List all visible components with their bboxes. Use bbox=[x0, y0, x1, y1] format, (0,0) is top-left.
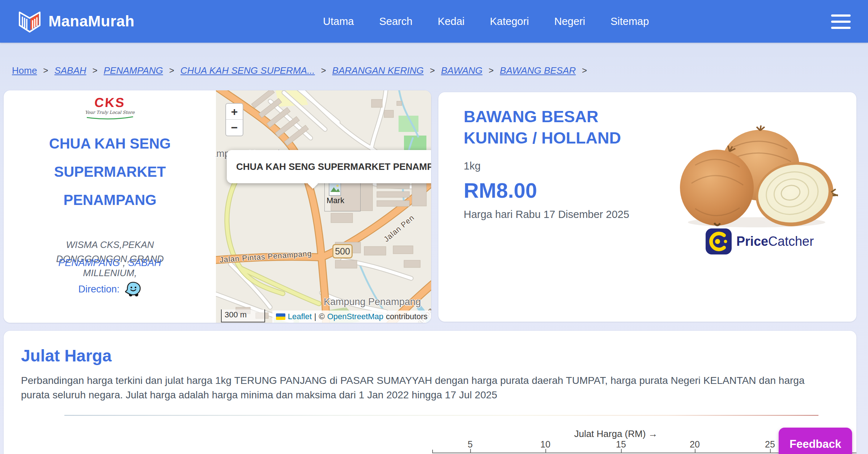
breadcrumb: Home > SABAH > PENAMPANG > CHUA KAH SENG… bbox=[0, 61, 868, 80]
feedback-button[interactable]: Feedback bbox=[779, 428, 852, 454]
axis-tick-20: 20 bbox=[684, 439, 706, 450]
pricecatcher-logo: PriceCatcher bbox=[705, 228, 814, 255]
breadcrumb-store[interactable]: CHUA KAH SENG SUPERMA... bbox=[180, 65, 315, 76]
zoom-out-button[interactable]: − bbox=[226, 120, 243, 136]
breadcrumb-state[interactable]: SABAH bbox=[54, 65, 86, 76]
store-logo: CKS Your Truly Local Store bbox=[4, 96, 216, 121]
axis-tick-10: 10 bbox=[535, 439, 556, 450]
map-marker-broken-image-icon[interactable] bbox=[329, 182, 341, 196]
brand-name: ManaMurah bbox=[48, 13, 135, 30]
price-range-description: Perbandingan harga terkini dan julat har… bbox=[21, 373, 809, 402]
product-price-date: Harga hari Rabu 17 Disember 2025 bbox=[464, 209, 629, 220]
chart-axis-label: Julat Harga (RM) → bbox=[507, 428, 724, 440]
product-image-onions bbox=[675, 125, 838, 228]
map[interactable]: Kampung Hungab Kampung Penampang Jalan P… bbox=[216, 90, 431, 323]
cks-logo-text: CKS bbox=[4, 96, 216, 109]
breadcrumb-subcategory[interactable]: BAWANG bbox=[441, 65, 482, 76]
route-shield-500: 500 bbox=[332, 244, 353, 258]
store-info: CKS Your Truly Local Store CHUA KAH SENG… bbox=[4, 90, 216, 323]
map-zoom-control: + − bbox=[225, 103, 243, 136]
pricecatcher-icon bbox=[705, 228, 732, 255]
manamurah-logo-icon bbox=[17, 9, 43, 33]
breadcrumb-item[interactable]: BAWANG BESAR bbox=[500, 65, 576, 76]
axis-tick-mark bbox=[695, 449, 695, 453]
price-range-heading: Julat Harga bbox=[21, 346, 112, 365]
main-nav: Utama Search Kedai Kategori Negeri Sitem… bbox=[318, 0, 649, 43]
attribution-copyright: © bbox=[319, 312, 325, 321]
axis-tick-25: 25 bbox=[759, 439, 781, 450]
page: ManaMurah Utama Search Kedai Kategori Ne… bbox=[0, 0, 868, 454]
product-name: BAWANG BESAR KUNING / HOLLAND bbox=[464, 106, 644, 149]
attribution-pipe: | bbox=[314, 312, 316, 321]
axis-tick-mark bbox=[470, 449, 471, 453]
cks-logo-swoosh bbox=[86, 115, 134, 121]
breadcrumb-separator: > bbox=[582, 65, 587, 76]
nav-item-sitemap[interactable]: Sitemap bbox=[610, 16, 649, 27]
store-name: CHUA KAH SENG SUPERMARKET PENAMPANG bbox=[34, 129, 186, 214]
breadcrumb-separator: > bbox=[430, 65, 435, 76]
zoom-in-button[interactable]: + bbox=[226, 104, 243, 120]
breadcrumb-separator: > bbox=[321, 65, 326, 76]
map-popup: CHUA KAH SENG SUPERMARKET PENAMPANG bbox=[227, 150, 431, 183]
nav-item-kategori[interactable]: Kategori bbox=[490, 16, 529, 27]
leaflet-link[interactable]: Leaflet bbox=[288, 312, 312, 321]
store-location-links: PENAMPANG , SABAH bbox=[4, 257, 216, 269]
product-price: RM8.00 bbox=[464, 178, 537, 202]
comma-separator: , bbox=[123, 257, 125, 268]
nav-item-kedai[interactable]: Kedai bbox=[438, 16, 464, 27]
breadcrumb-category[interactable]: BARANGAN KERING bbox=[332, 65, 424, 76]
product-unit: 1kg bbox=[464, 160, 481, 172]
breadcrumb-separator: > bbox=[169, 65, 174, 76]
openstreetmap-link[interactable]: OpenStreetMap bbox=[327, 312, 383, 321]
marker-alt-text: Mark bbox=[327, 196, 344, 205]
direction-row: Direction: bbox=[4, 281, 216, 297]
axis-tick-mark bbox=[621, 449, 622, 453]
product-card: BAWANG BESAR KUNING / HOLLAND 1kg RM8.00… bbox=[438, 92, 856, 322]
waze-icon[interactable] bbox=[125, 281, 141, 297]
attribution-contributors: contributors bbox=[386, 312, 427, 321]
map-popup-text: CHUA KAH SENG SUPERMARKET PENAMPANG bbox=[236, 161, 431, 172]
navbar: ManaMurah Utama Search Kedai Kategori Ne… bbox=[0, 0, 868, 43]
nav-item-search[interactable]: Search bbox=[379, 16, 412, 27]
store-card: CKS Your Truly Local Store CHUA KAH SENG… bbox=[4, 90, 431, 323]
axis-tick-5: 5 bbox=[459, 439, 481, 450]
breadcrumb-home[interactable]: Home bbox=[12, 65, 37, 76]
map-attribution: Leaflet | © OpenStreetMap contributors bbox=[272, 310, 431, 323]
axis-tick-mark bbox=[545, 449, 546, 453]
nav-item-negeri[interactable]: Negeri bbox=[554, 16, 585, 27]
pricecatcher-wordmark: PriceCatcher bbox=[736, 234, 814, 249]
map-tiles bbox=[216, 90, 431, 323]
breadcrumb-separator: > bbox=[489, 65, 494, 76]
brand-link[interactable]: ManaMurah bbox=[17, 0, 135, 43]
axis-tick-15: 15 bbox=[610, 439, 632, 450]
hamburger-menu-icon[interactable] bbox=[831, 14, 851, 29]
breadcrumb-separator: > bbox=[93, 65, 98, 76]
direction-label[interactable]: Direction: bbox=[78, 284, 119, 295]
map-label-kampung-penampang: Kampung Penampang bbox=[324, 296, 421, 308]
cks-logo-tagline: Your Truly Local Store bbox=[4, 110, 216, 115]
state-link[interactable]: SABAH bbox=[128, 257, 161, 268]
map-scale-bar: 300 m bbox=[221, 309, 265, 322]
district-link[interactable]: PENAMPANG bbox=[58, 257, 120, 268]
ukraine-flag-icon bbox=[276, 313, 285, 320]
price-range-card: Julat Harga Perbandingan harga terkini d… bbox=[4, 331, 856, 454]
chart-gradient-line bbox=[64, 415, 818, 416]
nav-item-utama[interactable]: Utama bbox=[323, 16, 354, 27]
breadcrumb-separator: > bbox=[43, 65, 48, 76]
axis-tick-mark bbox=[770, 449, 771, 453]
breadcrumb-district[interactable]: PENAMPANG bbox=[104, 65, 163, 76]
